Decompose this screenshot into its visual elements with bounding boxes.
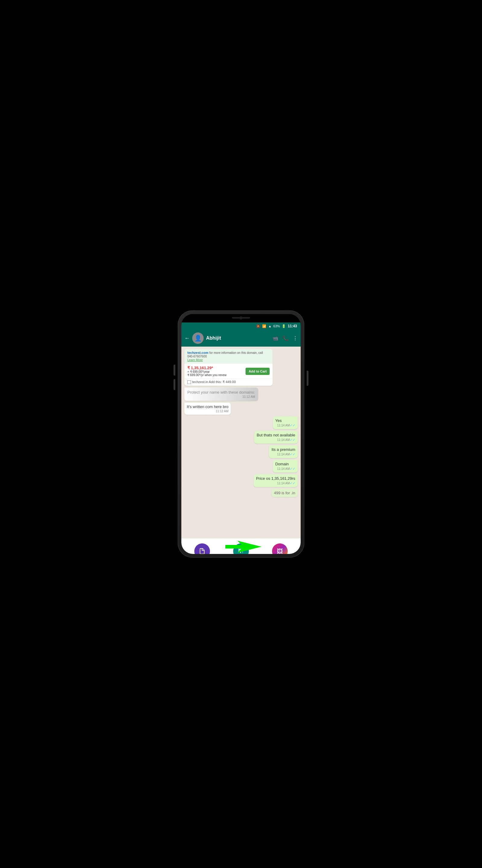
msg-time: 11:14 AM [277, 424, 290, 427]
price-sub2: ₹ 699.00*/yr when you renew [187, 373, 227, 377]
tick-icon: ✓✓ [290, 467, 295, 471]
msg-time: 11:14 AM [277, 453, 290, 456]
msg-text: It's written com here bro [187, 404, 228, 409]
attachment-panel: Document ₹↑ Payment 🖼 Gallery [181, 538, 301, 554]
camera [239, 316, 243, 319]
battery-level: 63% [273, 324, 280, 328]
domain-card-price: ₹ 1,35,161.29* + ₹ 699.00*/year ₹ 699.00… [184, 364, 272, 378]
domain-checkbox[interactable] [187, 380, 191, 384]
attachment-document[interactable]: Document [184, 544, 220, 554]
vol-down-button [173, 379, 175, 390]
msg-sent-premium: Its a premium 11:14 AM ✓✓ [269, 445, 298, 458]
price-sub1: + ₹ 699.00*/year [187, 370, 227, 373]
domain-addon: techzest.in Add this: ₹ 449.00 [192, 380, 236, 384]
menu-icon[interactable]: ⋮ [293, 336, 298, 341]
tick-icon: ✓✓ [290, 424, 295, 427]
protect-text: Protect your name with these domains: [187, 390, 255, 395]
msg-time: 11:14 AM [277, 482, 290, 485]
msg-time: 11:12 AM [216, 410, 228, 413]
msg-text: Domain [275, 462, 289, 466]
document-icon [194, 544, 210, 554]
add-to-cart-button[interactable]: Add to Cart [246, 368, 269, 375]
status-bar: 🔕 📶 ▲ 63% 🔋 11:43 [181, 322, 301, 330]
msg-time: 11:12 AM [242, 395, 255, 398]
attachment-panel-wrapper: Document ₹↑ Payment 🖼 Gallery [181, 538, 301, 554]
msg-text: Its a premium [271, 447, 295, 452]
price-main: ₹ 1,35,161.29* [187, 366, 227, 370]
chat-area: techzest.com for more information on thi… [181, 347, 301, 538]
msg-sent-499: 499 is for .in [271, 489, 298, 497]
msg-sent-yes: Yes 11:14 AM ✓✓ [273, 416, 298, 429]
vol-up-button [173, 365, 175, 375]
gallery-icon: 🖼 [272, 544, 288, 554]
domain-card-header: techzest.com for more information on thi… [184, 349, 272, 364]
tick-icon: ✓✓ [290, 453, 295, 456]
domain-card: techzest.com for more information on thi… [184, 349, 272, 386]
protect-message: Protect your name with these domains: 11… [184, 388, 258, 401]
chat-header: ← 👤 Abhijit 📹 📞 ⋮ [181, 330, 301, 347]
msg-time: 11:14 AM [277, 467, 290, 470]
battery-icon: 🔋 [282, 324, 286, 328]
signal-icon: ▲ [268, 324, 271, 328]
payment-icon: ₹↑ [233, 544, 249, 554]
msg-sent-available: But thats not available 11:14 AM ✓✓ [254, 431, 298, 444]
back-button[interactable]: ← [184, 335, 190, 341]
power-button [307, 371, 309, 386]
attachment-gallery[interactable]: 🖼 Gallery [262, 544, 298, 554]
top-notch [181, 314, 301, 322]
video-call-icon[interactable]: 📹 [272, 336, 278, 341]
domain-footer: techzest.in Add this: ₹ 449.00 [184, 378, 272, 386]
clock: 11:43 [288, 324, 297, 328]
msg-sent-price: Price os 1,35,161,29rs 11:14 AM ✓✓ [254, 474, 298, 487]
phone-call-icon[interactable]: 📞 [283, 336, 289, 341]
tick-icon: ✓✓ [290, 481, 295, 485]
tick-icon: ✓✓ [290, 438, 295, 442]
msg-time: 11:14 AM [277, 438, 290, 441]
msg-text: 499 is for .in [274, 491, 295, 495]
msg-text: Price os 1,35,161,29rs [256, 476, 295, 481]
contact-name: Abhijit [206, 336, 270, 341]
mute-icon: 🔕 [256, 324, 260, 328]
attachment-payment[interactable]: ₹↑ Payment [223, 544, 258, 554]
msg-text: But thats not available [257, 433, 295, 437]
msg-received-1: It's written com here bro 11:12 AM [184, 403, 231, 415]
header-icons: 📹 📞 ⋮ [272, 336, 298, 341]
msg-sent-domain: Domain 11:14 AM ✓✓ [273, 460, 298, 472]
msg-text: Yes [275, 418, 282, 423]
wifi-icon: 📶 [262, 324, 266, 328]
avatar[interactable]: 👤 [192, 333, 204, 344]
